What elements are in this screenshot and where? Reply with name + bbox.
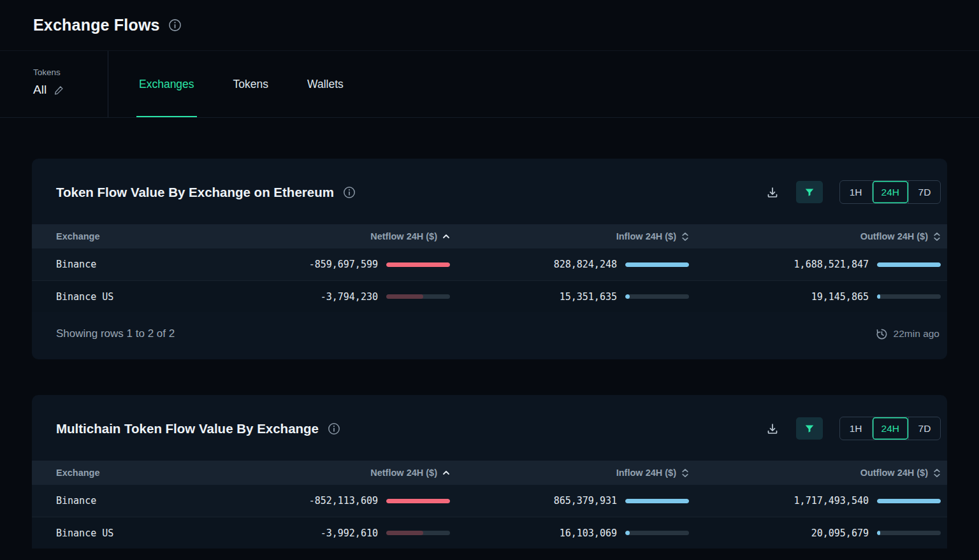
value-bar-fill: [625, 499, 689, 503]
cell-value: 828,824,248: [554, 259, 617, 270]
download-button[interactable]: [760, 181, 785, 204]
cell-value: -3,992,610: [321, 528, 378, 539]
table-row[interactable]: Binance-859,697,599828,824,2481,688,521,…: [32, 248, 947, 280]
value-cell: 15,351,635: [468, 291, 689, 303]
column-header-netflow-24h[interactable]: Netflow 24H ($): [259, 231, 450, 241]
filter-button[interactable]: [796, 181, 823, 203]
table-body: Binance-859,697,599828,824,2481,688,521,…: [32, 248, 947, 312]
column-label: Inflow 24H ($): [616, 231, 676, 241]
clock-icon: [876, 328, 888, 340]
sort-ascending-icon: [442, 234, 450, 239]
time-range-toggle: 1H24H7D: [839, 180, 941, 204]
value-bar-fill: [877, 262, 941, 267]
last-updated: 22min ago: [876, 328, 939, 340]
exchange-name: Binance US: [56, 291, 241, 303]
tokens-filter-value: All: [33, 83, 47, 97]
cell-value: 16,103,069: [560, 528, 617, 539]
column-header-outflow-24h[interactable]: Outflow 24H ($): [707, 468, 941, 478]
column-label: Outflow 24H ($): [860, 231, 928, 241]
range-7d[interactable]: 7D: [908, 417, 940, 440]
rows-summary: Showing rows 1 to 2 of 2: [56, 327, 175, 340]
column-label: Netflow 24H ($): [370, 231, 437, 241]
sort-ascending-icon: [442, 470, 450, 475]
column-label: Exchange: [56, 231, 100, 241]
value-bar: [386, 294, 450, 299]
column-header-inflow-24h[interactable]: Inflow 24H ($): [468, 468, 689, 478]
sort-icon: [933, 468, 941, 478]
column-header-netflow-24h[interactable]: Netflow 24H ($): [259, 468, 450, 478]
cell-value: 19,145,865: [811, 291, 869, 303]
value-cell: 865,379,931: [468, 495, 689, 506]
column-header-outflow-24h[interactable]: Outflow 24H ($): [707, 231, 941, 241]
sort-icon: [681, 468, 689, 478]
cell-value: 1,717,493,540: [794, 495, 869, 506]
info-icon[interactable]: [328, 422, 340, 435]
tokens-filter-label: Tokens: [33, 68, 108, 77]
value-bar: [625, 294, 689, 299]
value-cell: 1,688,521,847: [707, 259, 941, 270]
value-bar: [877, 499, 941, 503]
value-bar-fill: [386, 531, 423, 535]
value-cell: 828,824,248: [468, 259, 689, 270]
value-bar-fill: [386, 294, 423, 299]
range-24h[interactable]: 24H: [872, 181, 908, 203]
time-range-toggle: 1H24H7D: [839, 417, 941, 440]
table-row[interactable]: Binance US-3,794,23015,351,63519,145,865: [32, 280, 947, 312]
page-title: Exchange Flows: [33, 16, 160, 34]
card-token-flow-ethereum: Token Flow Value By Exchange on Ethereum…: [32, 159, 947, 359]
tab-exchanges[interactable]: Exchanges: [139, 51, 194, 117]
value-bar-fill: [877, 294, 880, 299]
tab-wallets[interactable]: Wallets: [307, 51, 344, 117]
column-label: Netflow 24H ($): [370, 468, 437, 478]
value-bar-fill: [877, 531, 880, 535]
value-bar-fill: [625, 294, 630, 299]
table-header: ExchangeNetflow 24H ($)Inflow 24H ($)Out…: [32, 461, 947, 485]
download-button[interactable]: [760, 417, 785, 440]
table-row[interactable]: Binance-852,113,609865,379,9311,717,493,…: [32, 485, 947, 517]
last-updated-text: 22min ago: [894, 328, 939, 340]
column-label: Inflow 24H ($): [616, 468, 676, 478]
value-bar: [625, 499, 689, 503]
value-cell: 16,103,069: [468, 528, 689, 539]
range-1h[interactable]: 1H: [840, 181, 872, 203]
value-bar-fill: [386, 262, 450, 267]
column-label: Outflow 24H ($): [860, 468, 928, 478]
value-bar: [386, 499, 450, 503]
table-row[interactable]: Binance US-3,992,61016,103,06920,095,679: [32, 517, 947, 549]
tokens-filter[interactable]: Tokens All: [0, 51, 108, 117]
value-bar: [877, 531, 941, 535]
value-bar: [625, 262, 689, 267]
cell-value: 1,688,521,847: [794, 259, 869, 270]
cell-value: 865,379,931: [554, 495, 617, 506]
value-bar: [877, 294, 941, 299]
column-label: Exchange: [56, 468, 100, 478]
range-1h[interactable]: 1H: [840, 417, 872, 440]
value-bar-fill: [625, 531, 630, 535]
tab-tokens[interactable]: Tokens: [233, 51, 268, 117]
info-icon[interactable]: [343, 186, 356, 199]
card-title: Multichain Token Flow Value By Exchange: [56, 421, 319, 436]
sort-icon: [933, 232, 941, 241]
filter-bar: Tokens All ExchangesTokensWallets: [0, 51, 979, 118]
exchange-name: Binance: [56, 495, 241, 506]
exchange-name: Binance US: [56, 528, 241, 539]
column-header-exchange[interactable]: Exchange: [56, 231, 241, 241]
range-7d[interactable]: 7D: [908, 181, 940, 203]
cell-value: 15,351,635: [560, 291, 617, 303]
cell-value: -859,697,599: [309, 259, 378, 270]
filter-button[interactable]: [796, 417, 823, 440]
value-bar-fill: [625, 262, 689, 267]
exchange-name: Binance: [56, 259, 241, 270]
column-header-exchange[interactable]: Exchange: [56, 468, 241, 478]
info-icon[interactable]: [168, 18, 182, 32]
value-bar: [386, 262, 450, 267]
value-cell: 1,717,493,540: [707, 495, 941, 506]
cell-value: -852,113,609: [309, 495, 378, 506]
card-title: Token Flow Value By Exchange on Ethereum: [56, 185, 334, 200]
column-header-inflow-24h[interactable]: Inflow 24H ($): [468, 231, 689, 241]
value-cell: 19,145,865: [707, 291, 941, 303]
sort-icon: [681, 232, 689, 241]
edit-pencil-icon[interactable]: [54, 85, 64, 96]
range-24h[interactable]: 24H: [872, 417, 908, 440]
value-cell: -859,697,599: [259, 259, 450, 270]
